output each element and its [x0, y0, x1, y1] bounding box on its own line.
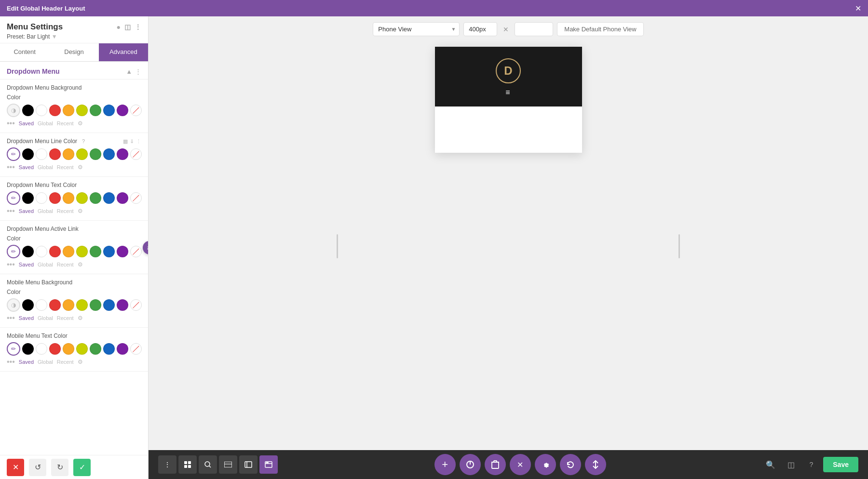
save-button[interactable]: Save	[823, 457, 858, 472]
code-tool-button[interactable]	[259, 455, 278, 474]
swatch-white-2[interactable]	[36, 148, 47, 160]
width-input[interactable]	[463, 22, 497, 36]
swatch-none-3[interactable]	[130, 192, 142, 204]
swatch-green-3[interactable]	[90, 192, 101, 204]
global-label-4[interactable]: Global	[38, 262, 53, 267]
swatch-orange-1[interactable]	[63, 105, 74, 116]
recent-label-5[interactable]: Recent	[57, 315, 74, 321]
gear-icon-2[interactable]: ⚙	[78, 164, 83, 171]
help-button[interactable]: ?	[803, 456, 819, 473]
color-picker-btn-dropdown-line[interactable]: ✏	[7, 147, 20, 161]
swatch-black-4[interactable]	[22, 246, 34, 257]
swatch-none-1[interactable]	[130, 105, 142, 116]
swatch-none-6[interactable]	[130, 343, 142, 355]
swatch-green-1[interactable]	[90, 105, 101, 116]
swatch-red-3[interactable]	[49, 192, 61, 204]
close-panel-button[interactable]: ✕	[7, 459, 24, 476]
recent-label-2[interactable]: Recent	[57, 164, 74, 170]
swatch-white-5[interactable]	[36, 299, 47, 311]
swatch-black-1[interactable]	[22, 105, 34, 116]
swatch-black-6[interactable]	[22, 343, 34, 355]
swatch-purple-4[interactable]	[117, 246, 128, 257]
secondary-width-input[interactable]	[515, 22, 553, 36]
saved-label-4[interactable]: Saved	[19, 262, 34, 267]
add-element-button[interactable]: +	[434, 454, 456, 475]
close-element-button[interactable]: ✕	[510, 454, 531, 475]
swatch-red-1[interactable]	[49, 105, 61, 116]
resize-handle-right[interactable]	[678, 234, 680, 258]
global-label-5[interactable]: Global	[38, 315, 53, 321]
gear-icon-6[interactable]: ⚙	[78, 359, 83, 365]
dots-tool-button[interactable]: ⋮	[158, 455, 176, 474]
global-label-3[interactable]: Global	[38, 208, 53, 214]
saved-label-6[interactable]: Saved	[19, 359, 34, 365]
swatch-blue-4[interactable]	[103, 246, 115, 257]
device-more-icon[interactable]: ⋮	[136, 138, 141, 145]
swatch-red-4[interactable]	[49, 246, 61, 257]
swatch-red-5[interactable]	[49, 299, 61, 311]
clear-width-button[interactable]: ✕	[501, 24, 511, 35]
confirm-panel-button[interactable]: ✓	[73, 459, 91, 476]
swatch-orange-3[interactable]	[63, 192, 74, 204]
panel-split-icon[interactable]: ◫	[124, 23, 131, 31]
sort-element-button[interactable]	[585, 454, 606, 475]
swatch-purple-3[interactable]	[117, 192, 128, 204]
recent-label-6[interactable]: Recent	[57, 359, 74, 365]
swatch-blue-3[interactable]	[103, 192, 115, 204]
color-picker-btn-dropdown-text[interactable]: ✏	[7, 191, 20, 205]
swatch-none-4[interactable]	[130, 246, 142, 257]
recent-label-3[interactable]: Recent	[57, 208, 74, 214]
swatch-yellowgreen-3[interactable]	[76, 192, 88, 204]
swatch-green-2[interactable]	[90, 148, 101, 160]
preset-text[interactable]: Preset: Bar Light	[7, 33, 50, 40]
tab-content[interactable]: Content	[0, 43, 49, 61]
swatch-none-5[interactable]	[130, 299, 142, 311]
gear-icon-3[interactable]: ⚙	[78, 208, 83, 214]
swatch-orange-5[interactable]	[63, 299, 74, 311]
swatch-blue-2[interactable]	[103, 148, 115, 160]
swatch-blue-1[interactable]	[103, 105, 115, 116]
global-label-2[interactable]: Global	[38, 164, 53, 170]
settings-element-button[interactable]	[535, 454, 556, 475]
meta-dots-3[interactable]: •••	[7, 207, 15, 215]
color-picker-btn-mobile-bg[interactable]: ◑	[7, 298, 20, 312]
meta-dots-2[interactable]: •••	[7, 163, 15, 172]
color-picker-btn-mobile-text[interactable]: ✏	[7, 342, 20, 356]
redo-panel-button[interactable]: ↻	[51, 459, 68, 476]
swatch-yellowgreen-1[interactable]	[76, 105, 88, 116]
swatch-orange-2[interactable]	[63, 148, 74, 160]
resize-handle-left[interactable]	[337, 234, 338, 258]
color-picker-btn-dropdown-active[interactable]: ✏	[7, 245, 20, 258]
saved-label-5[interactable]: Saved	[19, 315, 34, 321]
swatch-black-3[interactable]	[22, 192, 34, 204]
search-tool-button[interactable]	[199, 455, 217, 474]
tab-advanced[interactable]: Advanced	[99, 43, 148, 61]
swatch-white-6[interactable]	[36, 343, 47, 355]
delete-element-button[interactable]	[485, 454, 506, 475]
swatch-yellowgreen-2[interactable]	[76, 148, 88, 160]
recent-label-1[interactable]: Recent	[57, 120, 74, 126]
panel-more-icon[interactable]: ⋮	[135, 23, 141, 31]
swatch-yellowgreen-4[interactable]	[76, 246, 88, 257]
swatch-red-2[interactable]	[49, 148, 61, 160]
swatch-purple-1[interactable]	[117, 105, 128, 116]
gear-icon-4[interactable]: ⚙	[78, 261, 83, 268]
wireframe-tool-button[interactable]	[239, 455, 258, 474]
color-picker-btn-dropdown-bg[interactable]: ◑	[7, 104, 20, 117]
help-icon-line[interactable]: ?	[82, 138, 85, 144]
global-label-1[interactable]: Global	[38, 120, 53, 126]
hamburger-menu-icon[interactable]: ≡	[505, 88, 511, 97]
swatch-purple-5[interactable]	[117, 299, 128, 311]
swatch-black-2[interactable]	[22, 148, 34, 160]
swatch-white-1[interactable]	[36, 105, 47, 116]
panel-save-icon[interactable]: ●	[117, 23, 121, 31]
swatch-orange-6[interactable]	[63, 343, 74, 355]
undo-panel-button[interactable]: ↺	[29, 459, 46, 476]
gear-icon-5[interactable]: ⚙	[78, 315, 83, 321]
meta-dots-4[interactable]: •••	[7, 260, 15, 269]
meta-dots-1[interactable]: •••	[7, 119, 15, 128]
swatch-purple-2[interactable]	[117, 148, 128, 160]
make-default-view-button[interactable]: Make Default Phone View	[557, 22, 643, 36]
device-monitor-icon[interactable]: ▩	[123, 138, 128, 145]
swatch-red-6[interactable]	[49, 343, 61, 355]
